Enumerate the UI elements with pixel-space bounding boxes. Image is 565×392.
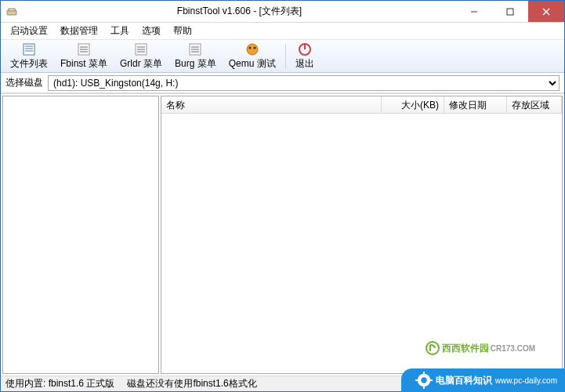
status-left: 使用内置: fbinst1.6 正式版 (5, 377, 114, 390)
toolbar: 文件列表 Fbinst 菜单 Grldr 菜单 Burg 菜单 Qemu 测试 … (1, 40, 564, 73)
svg-rect-1 (9, 9, 15, 11)
gear-icon (415, 372, 433, 389)
disk-selector-row: 选择磁盘 (hd1): USB_Kingston(14g, H:) (1, 73, 564, 93)
svg-point-23 (248, 46, 251, 49)
fbinst-menu-button[interactable]: Fbinst 菜单 (54, 40, 114, 72)
menu-icon (77, 42, 91, 56)
main-area: 名称 大小(KB) 修改日期 存放区域 (1, 93, 564, 376)
file-list-icon (22, 42, 36, 56)
svg-rect-30 (423, 372, 425, 375)
svg-point-22 (247, 44, 258, 55)
svg-rect-3 (507, 9, 513, 15)
svg-rect-31 (423, 386, 425, 389)
qemu-icon (245, 42, 259, 56)
column-size[interactable]: 大小(KB) (382, 96, 444, 113)
watermark-pcdaily-sub: www.pc-daily.com (495, 376, 557, 385)
burg-menu-label: Burg 菜单 (175, 57, 216, 71)
close-button[interactable] (528, 1, 564, 22)
menu-help[interactable]: 帮助 (167, 23, 198, 39)
list-header: 名称 大小(KB) 修改日期 存放区域 (161, 96, 562, 114)
file-list-button[interactable]: 文件列表 (4, 40, 54, 72)
watermark-cr173: 西西软件园 CR173.COM (425, 340, 535, 356)
grldr-menu-label: Grldr 菜单 (120, 57, 162, 71)
minimize-button[interactable] (456, 1, 492, 22)
watermark-pcdaily-text: 电脑百科知识 (436, 374, 492, 387)
exit-icon (298, 42, 312, 56)
exit-label: 退出 (295, 57, 314, 71)
grldr-menu-button[interactable]: Grldr 菜单 (114, 40, 168, 72)
column-area[interactable]: 存放区域 (507, 96, 562, 113)
fbinst-menu-label: Fbinst 菜单 (60, 57, 107, 71)
window-controls (456, 1, 564, 22)
menu-icon (188, 42, 202, 56)
menu-startup[interactable]: 启动设置 (4, 23, 54, 39)
menu-data[interactable]: 数据管理 (54, 23, 104, 39)
disk-select[interactable]: (hd1): USB_Kingston(14g, H:) (48, 75, 560, 91)
svg-point-27 (426, 342, 439, 354)
column-name[interactable]: 名称 (161, 96, 382, 113)
menu-icon (134, 42, 148, 56)
titlebar: FbinstTool v1.606 - [文件列表] (1, 1, 564, 23)
list-body[interactable] (161, 114, 562, 373)
disk-label: 选择磁盘 (5, 76, 43, 89)
menu-tools[interactable]: 工具 (104, 23, 136, 39)
svg-rect-33 (429, 379, 433, 381)
qemu-test-label: Qemu 测试 (229, 57, 276, 71)
watermark-cr173-text: 西西软件园 (442, 342, 489, 355)
watermark-pcdaily: 电脑百科知识 www.pc-daily.com (401, 368, 565, 392)
qemu-test-button[interactable]: Qemu 测试 (223, 40, 282, 72)
watermark-cr173-sub: CR173.COM (491, 344, 535, 353)
burg-menu-button[interactable]: Burg 菜单 (168, 40, 223, 72)
toolbar-separator (285, 44, 286, 69)
svg-point-29 (421, 377, 426, 383)
app-icon (1, 1, 23, 23)
file-list-label: 文件列表 (10, 57, 48, 71)
menubar: 启动设置 数据管理 工具 选项 帮助 (1, 23, 564, 40)
menu-options[interactable]: 选项 (136, 23, 167, 39)
tree-pane[interactable] (2, 96, 159, 374)
svg-rect-32 (415, 379, 418, 381)
svg-point-24 (253, 46, 255, 49)
svg-rect-6 (24, 44, 34, 55)
column-date[interactable]: 修改日期 (444, 96, 507, 113)
app-window: FbinstTool v1.606 - [文件列表] 启动设置 数据管理 工具 … (0, 0, 565, 392)
list-pane: 名称 大小(KB) 修改日期 存放区域 (161, 96, 563, 374)
status-right: 磁盘还没有使用fbinst1.6格式化 (127, 377, 256, 390)
maximize-button[interactable] (492, 1, 528, 22)
exit-button[interactable]: 退出 (289, 40, 321, 72)
window-title: FbinstTool v1.606 - [文件列表] (23, 5, 456, 18)
